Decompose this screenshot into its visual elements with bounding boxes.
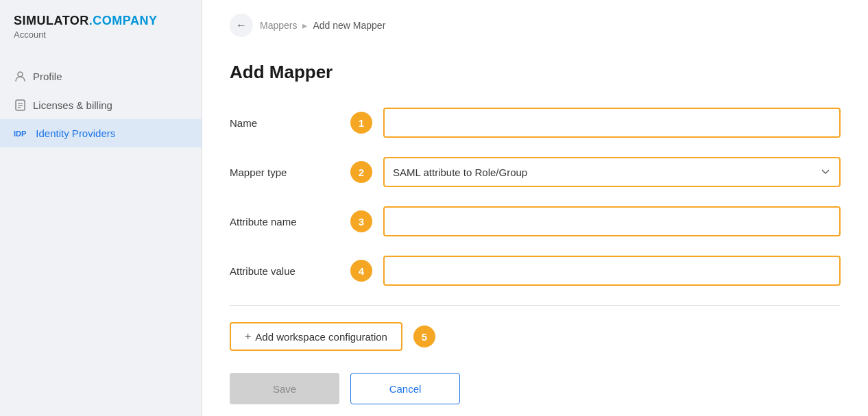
save-button[interactable]: Save <box>230 373 339 404</box>
cancel-button[interactable]: Cancel <box>350 373 460 404</box>
name-input[interactable] <box>383 108 841 138</box>
form-container: Add Mapper Name 1 Mapper type 2 SAML att… <box>202 48 868 416</box>
svg-point-0 <box>18 72 23 77</box>
topbar: ← Mappers ▸ Add new Mapper <box>202 0 868 48</box>
step-2-badge: 2 <box>350 161 372 183</box>
back-icon: ← <box>236 19 247 32</box>
back-button[interactable]: ← <box>230 14 253 37</box>
brand-name-part1: SIMULATOR <box>14 14 89 27</box>
attribute-value-input[interactable] <box>383 256 841 286</box>
plus-icon: + <box>245 330 251 343</box>
name-field-row: Name 1 <box>230 108 841 138</box>
workspace-row: + Add workspace configuration 5 <box>230 322 841 351</box>
sidebar-item-profile-label: Profile <box>33 71 62 82</box>
attribute-name-input[interactable] <box>383 206 841 236</box>
step-4-badge: 4 <box>350 260 372 282</box>
attribute-name-field-row: Attribute name 3 <box>230 206 841 236</box>
sidebar-item-licenses[interactable]: Licenses & billing <box>0 90 202 119</box>
sidebar-item-idp[interactable]: IDP Identity Providers <box>0 119 202 147</box>
sidebar-nav: Profile Licenses & billing IDP Identity … <box>0 51 202 158</box>
name-label: Name <box>230 117 339 129</box>
step-3-badge: 3 <box>350 210 372 232</box>
main-content: ← Mappers ▸ Add new Mapper Add Mapper Na… <box>202 0 868 416</box>
sidebar-header: SIMULATOR.COMPANY Account <box>0 0 202 51</box>
step-5-badge: 5 <box>413 326 435 347</box>
idp-badge: IDP <box>14 130 26 138</box>
breadcrumb: Mappers ▸ Add new Mapper <box>260 20 385 31</box>
add-workspace-button[interactable]: + Add workspace configuration <box>230 322 402 351</box>
form-divider <box>230 305 841 306</box>
add-workspace-label: Add workspace configuration <box>255 331 387 343</box>
brand-name-part2: .COMPANY <box>89 14 158 27</box>
attribute-value-field-row: Attribute value 4 <box>230 256 841 286</box>
page-title: Add Mapper <box>230 62 841 83</box>
sidebar-item-idp-label: Identity Providers <box>36 127 115 139</box>
sidebar: SIMULATOR.COMPANY Account Profile <box>0 0 202 416</box>
breadcrumb-current: Add new Mapper <box>313 20 385 31</box>
mapper-type-label: Mapper type <box>230 167 339 178</box>
file-icon <box>14 99 26 111</box>
actions-row: Save Cancel <box>230 373 841 404</box>
breadcrumb-separator: ▸ <box>302 20 307 31</box>
sidebar-item-licenses-label: Licenses & billing <box>33 99 112 111</box>
account-label: Account <box>14 29 188 40</box>
brand-logo: SIMULATOR.COMPANY <box>14 14 188 28</box>
person-icon <box>14 70 26 82</box>
mapper-type-field-row: Mapper type 2 SAML attribute to Role/Gro… <box>230 157 841 187</box>
breadcrumb-parent[interactable]: Mappers <box>260 20 297 31</box>
sidebar-item-profile[interactable]: Profile <box>0 62 202 90</box>
step-1-badge: 1 <box>350 112 372 134</box>
mapper-type-select[interactable]: SAML attribute to Role/Group Custom mapp… <box>383 157 841 187</box>
attribute-value-label: Attribute value <box>230 265 339 277</box>
attribute-name-label: Attribute name <box>230 216 339 228</box>
